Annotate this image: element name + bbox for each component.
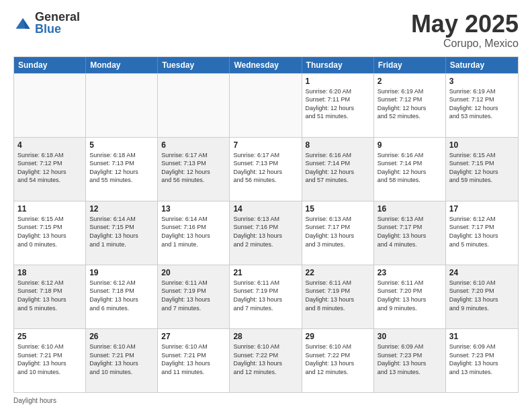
cell-info: Sunrise: 6:13 AM Sunset: 7:17 PM Dayligh… [378, 215, 442, 248]
logo-icon [13, 13, 32, 32]
day-number: 12 [89, 204, 154, 214]
cell-info: Sunrise: 6:11 AM Sunset: 7:19 PM Dayligh… [233, 279, 298, 312]
cell-info: Sunrise: 6:13 AM Sunset: 7:17 PM Dayligh… [306, 215, 370, 248]
subtitle: Corupo, Mexico [411, 38, 519, 50]
calendar-cell: 12Sunrise: 6:14 AM Sunset: 7:15 PM Dayli… [86, 201, 158, 265]
cell-info: Sunrise: 6:14 AM Sunset: 7:16 PM Dayligh… [161, 215, 226, 248]
calendar-cell: 25Sunrise: 6:10 AM Sunset: 7:21 PM Dayli… [14, 329, 86, 392]
cell-info: Sunrise: 6:18 AM Sunset: 7:13 PM Dayligh… [89, 151, 154, 185]
day-number: 3 [449, 77, 515, 86]
day-number: 18 [17, 268, 82, 277]
day-number: 7 [233, 140, 298, 150]
calendar-cell: 13Sunrise: 6:14 AM Sunset: 7:16 PM Dayli… [158, 201, 230, 265]
day-number: 24 [449, 268, 515, 277]
day-number: 23 [378, 268, 442, 277]
cell-info: Sunrise: 6:18 AM Sunset: 7:12 PM Dayligh… [17, 151, 82, 185]
calendar-cell: 16Sunrise: 6:13 AM Sunset: 7:17 PM Dayli… [374, 201, 446, 265]
calendar-row: 11Sunrise: 6:15 AM Sunset: 7:15 PM Dayli… [14, 201, 518, 265]
calendar-cell: 18Sunrise: 6:12 AM Sunset: 7:18 PM Dayli… [14, 265, 86, 328]
calendar-cell: 10Sunrise: 6:15 AM Sunset: 7:15 PM Dayli… [446, 138, 518, 201]
calendar-cell: 31Sunrise: 6:09 AM Sunset: 7:23 PM Dayli… [446, 329, 518, 392]
calendar-cell: 28Sunrise: 6:10 AM Sunset: 7:22 PM Dayli… [230, 329, 302, 392]
page: General Blue May 2025 Corupo, Mexico Sun… [0, 0, 532, 411]
day-number: 5 [89, 140, 154, 150]
cal-header-day: Wednesday [230, 57, 302, 73]
day-number: 11 [17, 204, 82, 214]
cal-header-day: Sunday [14, 57, 86, 73]
calendar-cell: 14Sunrise: 6:13 AM Sunset: 7:16 PM Dayli… [230, 201, 302, 265]
main-title: May 2025 [411, 11, 519, 38]
calendar-cell [14, 74, 86, 137]
day-number: 10 [449, 140, 515, 150]
cell-info: Sunrise: 6:19 AM Sunset: 7:12 PM Dayligh… [378, 87, 442, 121]
day-number: 17 [449, 204, 515, 214]
day-number: 26 [89, 332, 154, 341]
cell-info: Sunrise: 6:09 AM Sunset: 7:23 PM Dayligh… [449, 342, 515, 376]
logo-blue-text: Blue [35, 23, 80, 35]
cell-info: Sunrise: 6:11 AM Sunset: 7:19 PM Dayligh… [306, 279, 370, 312]
calendar-cell: 22Sunrise: 6:11 AM Sunset: 7:19 PM Dayli… [302, 265, 374, 328]
day-number: 13 [161, 204, 226, 214]
footer: Daylight hours [13, 397, 519, 404]
calendar-cell: 17Sunrise: 6:12 AM Sunset: 7:17 PM Dayli… [446, 201, 518, 265]
calendar-cell: 15Sunrise: 6:13 AM Sunset: 7:17 PM Dayli… [302, 201, 374, 265]
calendar-cell [158, 74, 230, 137]
day-number: 25 [17, 332, 82, 341]
cell-info: Sunrise: 6:11 AM Sunset: 7:19 PM Dayligh… [161, 279, 226, 312]
cell-info: Sunrise: 6:11 AM Sunset: 7:20 PM Dayligh… [378, 279, 442, 312]
footer-text: Daylight hours [13, 397, 56, 404]
calendar-row: 1Sunrise: 6:20 AM Sunset: 7:11 PM Daylig… [14, 73, 518, 137]
cell-info: Sunrise: 6:15 AM Sunset: 7:15 PM Dayligh… [17, 215, 82, 248]
cell-info: Sunrise: 6:17 AM Sunset: 7:13 PM Dayligh… [233, 151, 298, 185]
calendar-cell: 6Sunrise: 6:17 AM Sunset: 7:13 PM Daylig… [158, 138, 230, 201]
calendar-cell: 24Sunrise: 6:10 AM Sunset: 7:20 PM Dayli… [446, 265, 518, 328]
cell-info: Sunrise: 6:10 AM Sunset: 7:21 PM Dayligh… [17, 342, 82, 376]
cal-header-day: Thursday [302, 57, 374, 73]
calendar-cell: 4Sunrise: 6:18 AM Sunset: 7:12 PM Daylig… [14, 138, 86, 201]
cell-info: Sunrise: 6:12 AM Sunset: 7:18 PM Dayligh… [17, 279, 82, 312]
cal-header-day: Monday [86, 57, 158, 73]
day-number: 1 [306, 77, 370, 86]
calendar-cell: 23Sunrise: 6:11 AM Sunset: 7:20 PM Dayli… [374, 265, 446, 328]
day-number: 28 [233, 332, 298, 341]
cell-info: Sunrise: 6:09 AM Sunset: 7:23 PM Dayligh… [378, 342, 442, 376]
cal-header-day: Saturday [446, 57, 518, 73]
calendar-cell: 26Sunrise: 6:10 AM Sunset: 7:21 PM Dayli… [86, 329, 158, 392]
cell-info: Sunrise: 6:12 AM Sunset: 7:18 PM Dayligh… [89, 279, 154, 312]
cell-info: Sunrise: 6:16 AM Sunset: 7:14 PM Dayligh… [378, 151, 442, 185]
cell-info: Sunrise: 6:16 AM Sunset: 7:14 PM Dayligh… [306, 151, 370, 185]
day-number: 4 [17, 140, 82, 150]
cell-info: Sunrise: 6:20 AM Sunset: 7:11 PM Dayligh… [306, 87, 370, 121]
cell-info: Sunrise: 6:10 AM Sunset: 7:20 PM Dayligh… [449, 279, 515, 312]
calendar-row: 25Sunrise: 6:10 AM Sunset: 7:21 PM Dayli… [14, 328, 518, 392]
day-number: 27 [161, 332, 226, 341]
cell-info: Sunrise: 6:12 AM Sunset: 7:17 PM Dayligh… [449, 215, 515, 248]
calendar-cell [230, 74, 302, 137]
cal-header-day: Tuesday [158, 57, 230, 73]
day-number: 22 [306, 268, 370, 277]
day-number: 20 [161, 268, 226, 277]
day-number: 8 [306, 140, 370, 150]
calendar-cell: 11Sunrise: 6:15 AM Sunset: 7:15 PM Dayli… [14, 201, 86, 265]
cell-info: Sunrise: 6:14 AM Sunset: 7:15 PM Dayligh… [89, 215, 154, 248]
day-number: 21 [233, 268, 298, 277]
day-number: 19 [89, 268, 154, 277]
calendar-cell: 30Sunrise: 6:09 AM Sunset: 7:23 PM Dayli… [374, 329, 446, 392]
logo-text: General Blue [35, 11, 80, 35]
day-number: 15 [306, 204, 370, 214]
calendar-row: 18Sunrise: 6:12 AM Sunset: 7:18 PM Dayli… [14, 265, 518, 328]
calendar-cell [86, 74, 158, 137]
calendar-cell: 8Sunrise: 6:16 AM Sunset: 7:14 PM Daylig… [302, 138, 374, 201]
day-number: 6 [161, 140, 226, 150]
cell-info: Sunrise: 6:13 AM Sunset: 7:16 PM Dayligh… [233, 215, 298, 248]
calendar-cell: 20Sunrise: 6:11 AM Sunset: 7:19 PM Dayli… [158, 265, 230, 328]
calendar-body: 1Sunrise: 6:20 AM Sunset: 7:11 PM Daylig… [14, 73, 518, 392]
cell-info: Sunrise: 6:15 AM Sunset: 7:15 PM Dayligh… [449, 151, 515, 185]
cal-header-day: Friday [374, 57, 446, 73]
header: General Blue May 2025 Corupo, Mexico [13, 11, 519, 50]
day-number: 16 [378, 204, 442, 214]
cell-info: Sunrise: 6:17 AM Sunset: 7:13 PM Dayligh… [161, 151, 226, 185]
cell-info: Sunrise: 6:10 AM Sunset: 7:22 PM Dayligh… [233, 342, 298, 376]
day-number: 30 [378, 332, 442, 341]
calendar-cell: 1Sunrise: 6:20 AM Sunset: 7:11 PM Daylig… [302, 74, 374, 137]
